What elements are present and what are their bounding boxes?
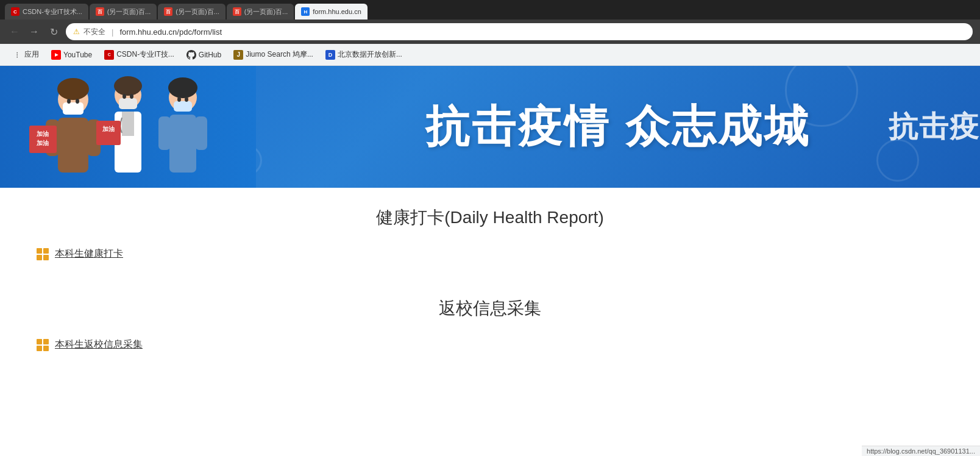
bookmarks-bar: ⁝ 应用 ▶ YouTube C CSDN-专业IT技... GitHub J … — [0, 44, 980, 66]
page-content: 加油 加油 加油 — [0, 66, 980, 432]
svg-point-15 — [122, 94, 126, 99]
bookmark-apps[interactable]: ⁝ 应用 — [7, 48, 44, 62]
bookmark-csdn[interactable]: C CSDN-专业IT技... — [99, 48, 179, 62]
svg-rect-6 — [58, 118, 88, 173]
svg-rect-27 — [158, 116, 171, 150]
banner-side-text: 抗击疫 — [889, 107, 980, 146]
forward-button[interactable]: → — [27, 26, 41, 37]
address-bar-row: ← → ↻ ⚠ 不安全 | form.hhu.edu.cn/pdc/form/l… — [0, 20, 980, 44]
bookmark-csdn-label: CSDN-专业IT技... — [116, 49, 174, 60]
tab-3[interactable]: 百 (另一页面)百... — [158, 4, 225, 20]
return-section: 返校信息采集 本科生返校信息采集 — [37, 297, 943, 351]
grid-icon-health — [37, 248, 49, 260]
status-bar: https://blog.csdn.net/qq_36901131... — [862, 446, 980, 456]
apps-icon: ⁝ — [12, 50, 22, 60]
svg-rect-23 — [174, 101, 192, 112]
tab-2[interactable]: 百 (另一页面)百... — [90, 4, 157, 20]
not-secure-label: 不安全 — [83, 27, 105, 37]
return-link[interactable]: 本科生返校信息采集 — [55, 338, 143, 351]
separator: | — [112, 27, 113, 37]
main-content: 健康打卡(Daily Health Report) 本科生健康打卡 返校信息采集 — [0, 188, 980, 406]
svg-rect-18 — [122, 112, 134, 136]
back-button[interactable]: ← — [7, 26, 22, 37]
return-section-item: 本科生返校信息采集 — [37, 338, 943, 351]
svg-point-4 — [67, 99, 71, 104]
bookmark-youtube[interactable]: ▶ YouTube — [46, 48, 97, 62]
svg-text:加油: 加油 — [36, 140, 49, 146]
status-url: https://blog.csdn.net/qq_36901131... — [867, 447, 975, 455]
svg-rect-26 — [169, 115, 196, 173]
bookmark-apps-label: 应用 — [24, 49, 39, 60]
svg-point-16 — [130, 94, 133, 99]
bookmark-jiumo[interactable]: J Jiumo Search 鸠摩... — [229, 48, 318, 62]
lock-icon: ⚠ — [73, 27, 80, 36]
health-section: 健康打卡(Daily Health Report) 本科生健康打卡 — [37, 206, 943, 260]
svg-point-2 — [57, 78, 89, 100]
svg-point-13 — [114, 76, 142, 96]
svg-rect-3 — [63, 102, 83, 115]
bookmark-beijing[interactable]: D 北京数据开放创新... — [321, 48, 407, 62]
svg-rect-14 — [119, 98, 137, 109]
health-link[interactable]: 本科生健康打卡 — [55, 248, 123, 260]
svg-point-5 — [76, 99, 79, 104]
github-icon — [186, 50, 196, 60]
csdn-icon: C — [104, 50, 114, 60]
return-section-title: 返校信息采集 — [37, 297, 943, 320]
banner-main-text: 抗击疫情 众志成城 — [425, 98, 811, 156]
svg-text:加油: 加油 — [102, 126, 115, 132]
tab-4[interactable]: 百 (另一页面)百... — [227, 4, 294, 20]
bookmark-github[interactable]: GitHub — [182, 48, 226, 62]
bookmark-youtube-label: YouTube — [63, 51, 92, 59]
refresh-button[interactable]: ↻ — [46, 26, 61, 38]
banner-text: 抗击疫情 众志成城 — [256, 98, 980, 156]
tab-5-active[interactable]: H form.hhu.edu.cn — [295, 4, 367, 20]
svg-point-24 — [177, 97, 181, 102]
bookmark-github-label: GitHub — [199, 51, 221, 59]
svg-rect-28 — [195, 116, 207, 150]
beijing-icon: D — [325, 50, 335, 60]
grid-icon-return — [37, 339, 49, 351]
tab-1[interactable]: C CSDN-专业IT技术... — [5, 4, 88, 20]
address-field[interactable]: ⚠ 不安全 | form.hhu.edu.cn/pdc/form/list — [66, 23, 973, 40]
youtube-icon: ▶ — [51, 50, 61, 60]
banner-illustration: 加油 加油 加油 — [0, 66, 256, 188]
banner: 加油 加油 加油 — [0, 66, 980, 188]
svg-text:加油: 加油 — [36, 130, 49, 137]
svg-point-25 — [185, 97, 188, 102]
bookmark-beijing-label: 北京数据开放创新... — [338, 49, 402, 60]
browser-chrome: C CSDN-专业IT技术... 百 (另一页面)百... 百 (另一页面)百.… — [0, 0, 980, 66]
svg-rect-19 — [96, 121, 121, 145]
svg-point-22 — [168, 77, 197, 98]
jiumo-icon: J — [233, 50, 243, 60]
tab-bar: C CSDN-专业IT技术... 百 (另一页面)百... 百 (另一页面)百.… — [0, 0, 980, 20]
health-section-title: 健康打卡(Daily Health Report) — [37, 206, 943, 229]
bookmark-jiumo-label: Jiumo Search 鸠摩... — [246, 49, 313, 60]
url-text: form.hhu.edu.cn/pdc/form/list — [119, 27, 222, 37]
health-section-item: 本科生健康打卡 — [37, 248, 943, 260]
